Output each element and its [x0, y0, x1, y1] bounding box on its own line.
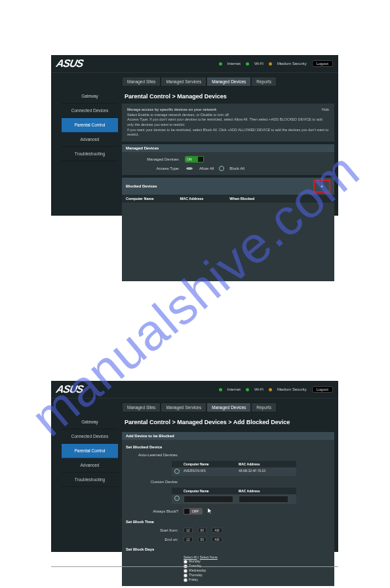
- label-custom-device: Custom Device:: [126, 480, 178, 484]
- start-min-select[interactable]: 00: [198, 528, 207, 533]
- managed-devices-toggle[interactable]: ON: [185, 156, 204, 163]
- screenshot-2: ASUS Internet Wi-Fi Medium Security Logo…: [51, 381, 338, 552]
- sidebar-item-advanced[interactable]: Advanced: [62, 458, 118, 473]
- tab-managed-services[interactable]: Managed Services: [161, 402, 206, 412]
- info-line-4: If you want your devices to be restricte…: [127, 128, 328, 137]
- sidebar-item-connected-devices[interactable]: Connected Devices: [62, 429, 118, 444]
- th-computer-name: Computer Name: [126, 197, 153, 201]
- label-start-from: Start from:: [126, 528, 178, 532]
- day-label: Wednesday: [189, 568, 206, 572]
- internet-status-icon: [219, 62, 222, 66]
- radio-allow-all[interactable]: [185, 166, 194, 171]
- status-security: Medium Security: [277, 62, 307, 66]
- breadcrumb: Parental Control > Managed Devices: [122, 89, 334, 104]
- sidebar-item-parental-control[interactable]: Parental Control: [62, 118, 118, 132]
- table-row[interactable]: [172, 494, 296, 504]
- tab-reports[interactable]: Reports: [251, 402, 277, 412]
- tab-managed-sites[interactable]: Managed Sites: [122, 77, 161, 87]
- sidebar-item-parental-control[interactable]: Parental Control: [62, 444, 118, 458]
- th-mac-address: MAC Address: [239, 489, 294, 493]
- breadcrumb: Parental Control > Managed Devices > Add…: [122, 415, 334, 429]
- toggle-knob: [198, 157, 203, 162]
- logout-button[interactable]: Logout: [312, 386, 333, 393]
- sidebar-item-advanced[interactable]: Advanced: [62, 132, 118, 147]
- start-ampm-select[interactable]: AM: [212, 528, 222, 533]
- toggle-on-text: ON: [187, 157, 192, 161]
- topbar: ASUS Internet Wi-Fi Medium Security Logo…: [51, 381, 338, 399]
- day-checkbox-wednesday[interactable]: [184, 569, 187, 573]
- wifi-status-icon: [246, 388, 249, 391]
- hide-link[interactable]: Hide: [322, 108, 329, 113]
- end-min-select[interactable]: 00: [198, 537, 207, 542]
- brand-logo: ASUS: [55, 58, 84, 69]
- info-line-3: Access Type: If you don't want your devi…: [127, 117, 322, 127]
- always-block-toggle[interactable]: OFF: [184, 508, 203, 515]
- custom-mac-input[interactable]: [239, 496, 288, 503]
- section-add-device: Add Device to be Blocked: [122, 432, 334, 440]
- tab-bar: Managed Sites Managed Services Managed D…: [122, 399, 338, 412]
- label-access-type: Access Type:: [127, 167, 180, 170]
- device-name: AVERSON-WS: [184, 469, 239, 475]
- add-blocked-device-button[interactable]: +: [313, 180, 330, 193]
- main-content: Parental Control > Managed Devices Hide …: [122, 89, 334, 281]
- radio-block-label: Block All: [229, 167, 244, 170]
- add-device-form: Set Blocked Device Auto-Learned Devices:…: [122, 440, 334, 586]
- th-computer-name: Computer Name: [184, 489, 239, 493]
- day-checkbox-thursday[interactable]: [184, 574, 187, 578]
- grp-set-block-time: Set Block Time: [126, 520, 330, 524]
- label-end-on: End on:: [126, 538, 178, 541]
- radio-block-all[interactable]: [219, 166, 224, 171]
- tab-managed-sites[interactable]: Managed Sites: [122, 402, 161, 412]
- label-auto-learned: Auto-Learned Devices:: [126, 453, 178, 457]
- sidebar-item-gateway[interactable]: Gateway: [62, 89, 118, 104]
- main-content: Parental Control > Managed Devices > Add…: [122, 415, 334, 586]
- device-radio[interactable]: [174, 496, 180, 501]
- toggle-off-text: OFF: [192, 509, 199, 513]
- tab-managed-devices[interactable]: Managed Devices: [206, 77, 251, 87]
- logout-button[interactable]: Logout: [312, 60, 333, 67]
- toggle-knob: [184, 509, 189, 514]
- topbar: ASUS Internet Wi-Fi Medium Security Logo…: [51, 55, 338, 73]
- tab-bar: Managed Sites Managed Services Managed D…: [122, 73, 338, 87]
- device-radio[interactable]: [174, 469, 180, 474]
- select-none-link[interactable]: Select None: [200, 555, 218, 559]
- sidebar-item-connected-devices[interactable]: Connected Devices: [62, 104, 118, 118]
- day-label: Tuesday: [189, 564, 201, 568]
- blocked-table-header: Computer Name MAC Address When Blocked: [122, 195, 334, 203]
- tab-managed-services[interactable]: Managed Services: [161, 77, 206, 87]
- custom-name-input[interactable]: [184, 496, 233, 503]
- device-mac: 48:6B:32:4F:76:23: [239, 469, 294, 475]
- tab-managed-devices[interactable]: Managed Devices: [206, 402, 251, 412]
- info-box: Hide Manage access by specific devices o…: [122, 104, 334, 142]
- blocked-devices-title: Blocked Devices: [126, 184, 157, 188]
- table-row[interactable]: AVERSON-WS 48:6B:32:4F:76:23: [172, 467, 296, 476]
- status-area: Internet Wi-Fi Medium Security Logout: [219, 386, 333, 393]
- th-mac-address: MAC Address: [239, 462, 294, 466]
- info-line-1: Manage access by specific devices on you…: [127, 108, 216, 111]
- managed-devices-panel: Managed Devices: ON Access Type: Allow A…: [122, 152, 334, 175]
- wifi-status-icon: [246, 62, 249, 66]
- security-status-icon: [269, 62, 272, 66]
- day-checkbox-monday[interactable]: [184, 560, 187, 564]
- grp-set-block-days: Set Block Days: [126, 547, 330, 551]
- end-ampm-select[interactable]: AM: [212, 537, 222, 542]
- security-status-icon: [269, 388, 272, 391]
- info-line-2: Select Enable to manage network devices,…: [127, 113, 229, 117]
- section-blocked-devices: Blocked Devices +: [122, 178, 334, 195]
- day-checkbox-friday[interactable]: [184, 578, 187, 582]
- sidebar-item-troubleshooting[interactable]: Troubleshooting: [62, 147, 118, 161]
- sidebar-item-gateway[interactable]: Gateway: [62, 415, 118, 429]
- sidebar-item-troubleshooting[interactable]: Troubleshooting: [62, 473, 118, 487]
- custom-device-table: Computer Name MAC Address: [172, 488, 296, 504]
- status-wifi: Wi-Fi: [254, 387, 263, 391]
- status-internet: Internet: [227, 387, 241, 391]
- cursor-icon: [208, 508, 214, 515]
- grp-set-blocked-device: Set Blocked Device: [126, 445, 330, 449]
- start-hour-select[interactable]: 12: [184, 528, 193, 533]
- status-security: Medium Security: [277, 387, 307, 391]
- section-managed-devices: Managed Devices: [122, 144, 334, 152]
- day-label: Friday: [189, 578, 198, 581]
- tab-reports[interactable]: Reports: [251, 77, 277, 87]
- end-hour-select[interactable]: 12: [184, 537, 193, 542]
- brand-logo: ASUS: [55, 383, 84, 395]
